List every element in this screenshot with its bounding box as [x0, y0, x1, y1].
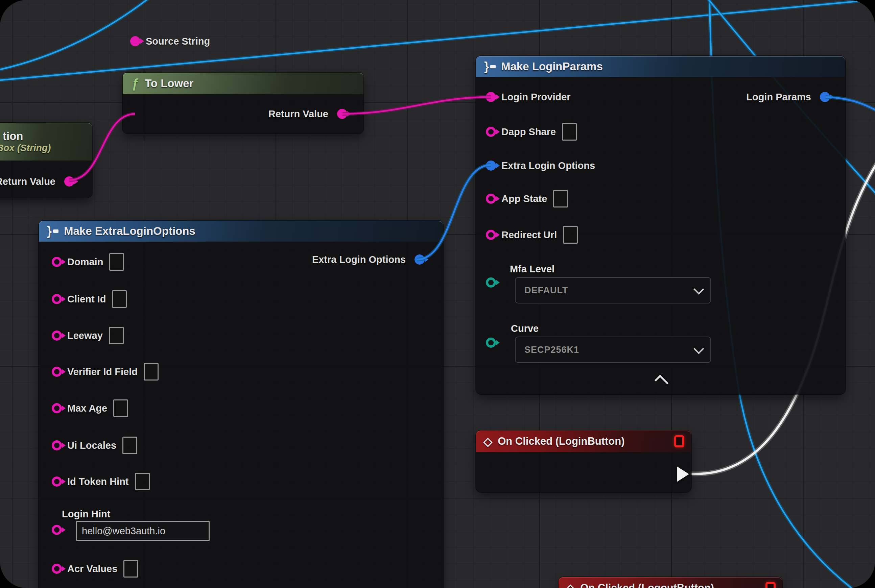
node-on-clicked-login-button[interactable]: ◇ On Clicked (LoginButton): [476, 430, 691, 492]
return-value-pin[interactable]: [64, 176, 74, 186]
exec-out-pin[interactable]: [677, 466, 689, 482]
dapp-share-pin-label: Dapp Share: [501, 126, 556, 138]
mfa-level-value: DEFAULT: [525, 285, 568, 296]
redirect-url-checkbox[interactable]: [563, 226, 578, 244]
id-token-hint-pin-label: Id Token Hint: [67, 476, 129, 487]
login-params-out-pin-label: Login Params: [746, 92, 811, 103]
node-on-clicked-logout-button[interactable]: ◇ On Clicked (LogoutButton): [559, 577, 782, 588]
client-id-checkbox[interactable]: [112, 290, 127, 308]
curve-dropdown[interactable]: SECP256K1: [515, 337, 711, 363]
max-age-checkbox[interactable]: [113, 399, 128, 417]
node-to-lower[interactable]: ƒ To Lower Source String Return Value: [123, 73, 364, 134]
node-to-lower-title: To Lower: [145, 77, 193, 90]
max-age-pin-label: Max Age: [67, 403, 107, 414]
node-make-login-params-header: } Make LoginParams: [476, 56, 845, 77]
ui-locales-pin-label: Ui Locales: [67, 440, 116, 451]
delegate-pin[interactable]: [674, 435, 684, 447]
collapse-node-chevron-icon[interactable]: [654, 375, 668, 388]
event-diamond-icon: ◇: [484, 435, 492, 448]
node-on-clicked-logout-button-header: ◇ On Clicked (LogoutButton): [559, 577, 782, 588]
node-make-login-params-title: Make LoginParams: [501, 60, 603, 73]
redirect-url-pin-label: Redirect Url: [501, 230, 557, 241]
make-struct-icon: }: [47, 224, 59, 238]
mfa-level-pin[interactable]: [486, 278, 496, 288]
login-hint-pin-label: Login Hint: [62, 508, 110, 520]
domain-pin[interactable]: [52, 257, 62, 267]
ui-locales-checkbox[interactable]: [122, 436, 137, 454]
blueprint-canvas[interactable]: tion Box (String) Return Value ƒ To Lowe…: [0, 0, 875, 588]
login-params-out-pin[interactable]: [820, 92, 830, 102]
app-state-checkbox[interactable]: [553, 190, 568, 207]
domain-pin-label: Domain: [67, 256, 103, 268]
node-partial-getter[interactable]: tion Box (String) Return Value: [0, 123, 92, 198]
mfa-level-dropdown[interactable]: DEFAULT: [515, 277, 711, 303]
node-make-extra-login-options-title: Make ExtraLoginOptions: [64, 225, 195, 238]
leeway-checkbox[interactable]: [109, 327, 124, 344]
curve-pin[interactable]: [486, 338, 496, 348]
login-hint-input[interactable]: [76, 521, 210, 541]
acr-values-pin[interactable]: [52, 564, 62, 574]
domain-checkbox[interactable]: [109, 253, 124, 271]
node-partial-getter-header: tion Box (String): [0, 123, 92, 160]
return-value-pin-label: Return Value: [0, 176, 56, 187]
extra-login-options-in-pin-label: Extra Login Options: [501, 160, 595, 171]
dapp-share-checkbox[interactable]: [562, 123, 577, 141]
event-diamond-icon: ◇: [566, 581, 575, 588]
verifier-id-field-pin-label: Verifier Id Field: [67, 366, 138, 378]
login-hint-pin[interactable]: [52, 525, 62, 535]
curve-value: SECP256K1: [525, 345, 579, 355]
mfa-level-label: Mfa Level: [510, 264, 555, 275]
redirect-url-pin[interactable]: [486, 230, 496, 240]
node-partial-getter-subtitle: Box (String): [0, 142, 51, 153]
to-lower-return-pin[interactable]: [337, 109, 347, 119]
client-id-pin[interactable]: [52, 294, 62, 304]
id-token-hint-checkbox[interactable]: [135, 473, 150, 490]
curve-label: Curve: [511, 323, 538, 334]
node-to-lower-header: ƒ To Lower: [123, 73, 364, 94]
node-make-extra-login-options-header: } Make ExtraLoginOptions: [39, 220, 443, 242]
verifier-id-field-checkbox[interactable]: [144, 363, 159, 381]
chevron-down-icon: [693, 344, 704, 354]
acr-values-checkbox[interactable]: [123, 560, 138, 578]
node-make-login-params[interactable]: } Make LoginParams Login Provider Login …: [476, 56, 845, 394]
source-string-pin-label: Source String: [146, 36, 210, 47]
node-partial-getter-title: tion: [0, 130, 23, 142]
leeway-pin-label: Leeway: [67, 330, 103, 341]
node-on-clicked-login-button-header: ◇ On Clicked (LoginButton): [476, 430, 691, 452]
client-id-pin-label: Client Id: [67, 294, 106, 305]
max-age-pin[interactable]: [52, 403, 62, 413]
id-token-hint-pin[interactable]: [52, 477, 62, 487]
node-on-clicked-logout-button-title: On Clicked (LogoutButton): [580, 582, 714, 588]
source-string-pin[interactable]: [130, 36, 140, 46]
make-struct-icon: }: [484, 60, 496, 74]
node-make-extra-login-options[interactable]: } Make ExtraLoginOptions Extra Login Opt…: [39, 220, 443, 588]
node-on-clicked-login-button-title: On Clicked (LoginButton): [498, 435, 624, 447]
ui-locales-pin[interactable]: [52, 440, 62, 450]
to-lower-return-pin-label: Return Value: [268, 108, 328, 120]
extra-login-options-in-pin[interactable]: [486, 160, 496, 171]
verifier-id-field-pin[interactable]: [52, 367, 62, 377]
chevron-down-icon: [693, 284, 704, 295]
delegate-pin[interactable]: [765, 582, 776, 588]
app-state-pin-label: App State: [501, 193, 547, 204]
function-f-icon: ƒ: [132, 76, 138, 91]
app-state-pin[interactable]: [486, 194, 496, 204]
acr-values-pin-label: Acr Values: [67, 563, 117, 574]
dapp-share-pin[interactable]: [486, 127, 496, 137]
leeway-pin[interactable]: [52, 330, 62, 340]
